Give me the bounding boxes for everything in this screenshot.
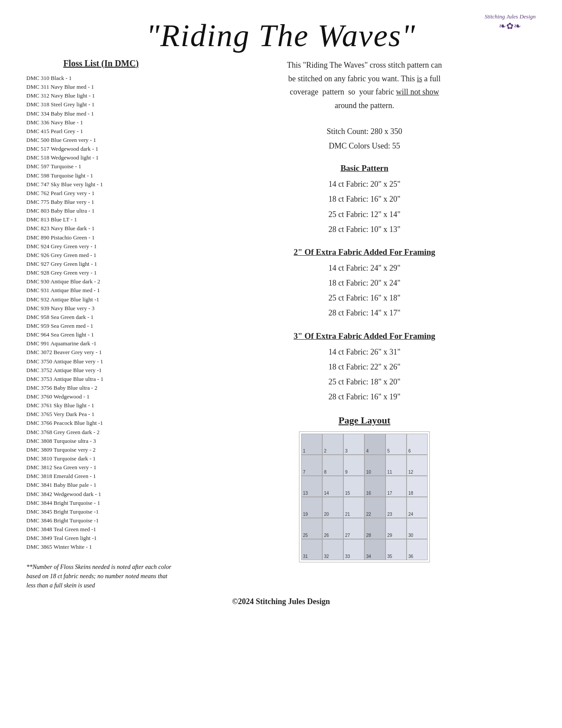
floss-item: DMC 3753 Antique Blue ultra - 1 (26, 375, 176, 384)
grid-cell: 1 (301, 434, 322, 455)
grid-cell: 11 (385, 455, 407, 476)
floss-item: DMC 598 Turquoise light - 1 (26, 171, 176, 180)
logo-area: Stitching Jules Design ❧✿❧ (485, 13, 536, 31)
floss-item: DMC 3766 Peacock Blue light -1 (26, 419, 176, 427)
copyright: ©2024 Stitching Jules Design (26, 597, 536, 615)
floss-item: DMC 928 Grey Green very - 1 (26, 268, 176, 277)
floss-item: DMC 762 Pearl Grey very - 1 (26, 189, 176, 198)
grid-cell: 17 (385, 476, 407, 497)
grid-cell: 2 (322, 434, 343, 455)
floss-item: DMC 3841 Baby Blue pale - 1 (26, 481, 176, 489)
grid-cell: 36 (407, 539, 428, 560)
grid-cell: 26 (322, 518, 343, 539)
grid-cell: 22 (364, 497, 385, 518)
floss-item: DMC 3812 Sea Green very - 1 (26, 463, 176, 472)
logo-decoration: ❧✿❧ (485, 21, 536, 31)
floss-item: DMC 3849 Teal Green light -1 (26, 534, 176, 543)
floss-item: DMC 310 Black - 1 (26, 74, 176, 83)
fabric-size-item: 18 ct Fabric: 22" x 26" (193, 359, 536, 374)
grid-row: 252627282930 (301, 518, 428, 539)
main-content: Floss List (In DMC) DMC 310 Black - 1DMC… (26, 58, 536, 590)
grid-cell: 33 (343, 539, 364, 560)
floss-item: DMC 747 Sky Blue very light - 1 (26, 180, 176, 189)
basic-pattern-title: Basic Pattern (193, 163, 536, 173)
page-title: "Riding The Waves" (26, 18, 536, 54)
logo-brand-line1: Stitching Jules Design (485, 13, 536, 21)
grid-cell: 4 (364, 434, 385, 455)
grid-row: 192021222324 (301, 497, 428, 518)
floss-item: DMC 336 Navy Blue - 1 (26, 118, 176, 127)
fabric-size-item: 25 ct Fabric: 12" x 14" (193, 207, 536, 222)
floss-item: DMC 958 Sea Green dark - 1 (26, 313, 176, 322)
floss-item: DMC 813 Blue LT - 1 (26, 215, 176, 224)
grid-row: 123456 (301, 434, 428, 455)
stitch-info: Stitch Count: 280 x 350 DMC Colors Used:… (193, 124, 536, 153)
fabric-size-item: 14 ct Fabric: 20" x 25" (193, 177, 536, 192)
floss-item: DMC 312 Navy Blue light - 1 (26, 91, 176, 100)
grid-cell: 6 (407, 434, 428, 455)
floss-item: DMC 3808 Turquoise ultra - 3 (26, 437, 176, 445)
extra-3in-section: 3" Of Extra Fabric Added For Framing 14 … (193, 331, 536, 405)
floss-item: DMC 3846 Bright Turquoise -1 (26, 516, 176, 525)
basic-pattern-fabric-list: 14 ct Fabric: 20" x 25"18 ct Fabric: 16"… (193, 177, 536, 237)
floss-item: DMC 931 Antique Blue med - 1 (26, 286, 176, 295)
grid-cell: 25 (301, 518, 322, 539)
floss-item: DMC 597 Turquoise - 1 (26, 162, 176, 171)
extra-3in-title: 3" Of Extra Fabric Added For Framing (193, 331, 536, 341)
page-layout-grid: 1234567891011121314151617181920212223242… (299, 431, 430, 562)
floss-item: DMC 939 Navy Blue very - 3 (26, 304, 176, 313)
floss-item: DMC 930 Antique Blue dark - 2 (26, 277, 176, 286)
basic-pattern-section: Basic Pattern 14 ct Fabric: 20" x 25"18 … (193, 163, 536, 237)
grid-cell: 30 (407, 518, 428, 539)
floss-item: DMC 3750 Antique Blue very - 1 (26, 357, 176, 366)
floss-item: DMC 3752 Antique Blue very -1 (26, 366, 176, 375)
floss-list: DMC 310 Black - 1DMC 311 Navy Blue med -… (26, 74, 176, 552)
grid-cell: 35 (385, 539, 407, 560)
page-layout-section: Page Layout 1234567891011121314151617181… (193, 415, 536, 562)
stitch-count: Stitch Count: 280 x 350 (193, 124, 536, 138)
floss-item: DMC 500 Blue Green very - 1 (26, 136, 176, 145)
grid-cell: 10 (364, 455, 385, 476)
extra-3in-fabric-list: 14 ct Fabric: 26" x 31"18 ct Fabric: 22"… (193, 344, 536, 405)
floss-item: DMC 3810 Turquoise dark - 1 (26, 454, 176, 463)
grid-cell: 34 (364, 539, 385, 560)
floss-item: DMC 318 Steel Grey light - 1 (26, 100, 176, 109)
floss-item: DMC 991 Aquamarine dark -1 (26, 339, 176, 348)
grid-cell: 31 (301, 539, 322, 560)
floss-item: DMC 775 Baby Blue very - 1 (26, 198, 176, 206)
floss-item: DMC 415 Pearl Grey - 1 (26, 127, 176, 136)
dmc-colors: DMC Colors Used: 55 (193, 139, 536, 153)
page-layout-title: Page Layout (193, 415, 536, 426)
grid-cell: 13 (301, 476, 322, 497)
floss-item: DMC 518 Wedgewood light - 1 (26, 153, 176, 162)
floss-item: DMC 3844 Bright Turquoise - 1 (26, 499, 176, 507)
fabric-size-item: 25 ct Fabric: 16" x 18" (193, 290, 536, 305)
floss-item: DMC 3809 Turquoise very - 2 (26, 445, 176, 454)
grid-cell: 27 (343, 518, 364, 539)
grid-row: 131415161718 (301, 476, 428, 497)
grid-row: 789101112 (301, 455, 428, 476)
title-area: "Riding The Waves" Stitching Jules Desig… (26, 18, 536, 54)
underline-will-not-show: will not show (396, 87, 439, 96)
grid-cell: 23 (385, 497, 407, 518)
grid-cell: 9 (343, 455, 364, 476)
floss-item: DMC 964 Sea Green light - 1 (26, 330, 176, 339)
floss-list-title: Floss List (In DMC) (26, 58, 176, 69)
floss-item: DMC 924 Grey Green very - 1 (26, 242, 176, 251)
fabric-size-item: 14 ct Fabric: 24" x 29" (193, 261, 536, 275)
grid-cell: 16 (364, 476, 385, 497)
extra-2in-section: 2" Of Extra Fabric Added For Framing 14 … (193, 247, 536, 321)
fabric-size-item: 28 ct Fabric: 16" x 19" (193, 389, 536, 404)
grid-cell: 28 (364, 518, 385, 539)
fabric-size-item: 28 ct Fabric: 14" x 17" (193, 305, 536, 320)
grid-cell: 8 (322, 455, 343, 476)
floss-item: DMC 3818 Emerald Green - 1 (26, 472, 176, 481)
grid-row: 313233343536 (301, 539, 428, 560)
grid-cell: 20 (322, 497, 343, 518)
floss-item: DMC 3760 Wedgewood - 1 (26, 392, 176, 401)
fabric-size-item: 14 ct Fabric: 26" x 31" (193, 344, 536, 359)
underline-is: is (417, 74, 422, 83)
floss-item: DMC 517 Wedgewood dark - 1 (26, 145, 176, 153)
extra-2in-title: 2" Of Extra Fabric Added For Framing (193, 247, 536, 257)
floss-item: DMC 334 Baby Blue med - 1 (26, 109, 176, 118)
